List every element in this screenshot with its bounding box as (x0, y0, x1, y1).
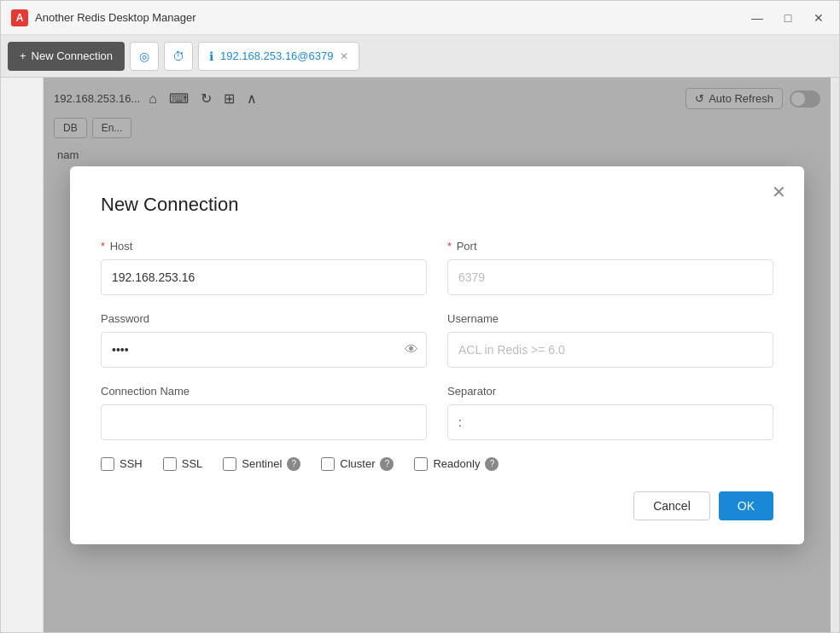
readonly-checkbox-item[interactable]: Readonly ? (414, 457, 499, 471)
ssl-label: SSL (182, 457, 203, 470)
circle-icon: ◎ (139, 49, 149, 63)
sentinel-label: Sentinel (242, 457, 282, 470)
titlebar: A Another Redis Desktop Manager — □ ✕ (1, 1, 839, 35)
cluster-label: Cluster (340, 457, 375, 470)
password-group: Password 👁 (101, 312, 427, 368)
port-label: * Port (447, 240, 773, 253)
ssh-label: SSH (120, 457, 143, 470)
ssl-checkbox[interactable] (163, 457, 177, 471)
app-title: Another Redis Desktop Manager (35, 11, 196, 24)
connection-tab[interactable]: ℹ 192.168.253.16@6379 ✕ (198, 42, 359, 71)
host-required: * (101, 240, 105, 253)
username-group: Username (447, 312, 773, 368)
clock-icon: ⏱ (172, 49, 184, 63)
connection-tab-close[interactable]: ✕ (340, 50, 348, 62)
dialog-title: New Connection (101, 194, 773, 216)
sidebar (1, 78, 44, 632)
tab-icon-1[interactable]: ◎ (130, 42, 159, 71)
separator-group: Separator (447, 385, 773, 440)
connection-name-label: Connection Name (101, 385, 427, 398)
readonly-help-icon[interactable]: ? (485, 457, 499, 471)
password-input[interactable] (101, 332, 427, 368)
host-input[interactable] (101, 259, 427, 295)
cluster-checkbox[interactable] (321, 457, 335, 471)
form-row-host-port: * Host * Port (101, 240, 773, 295)
tabbar: + New Connection ◎ ⏱ ℹ 192.168.253.16@63… (1, 35, 839, 78)
window-close-button[interactable]: ✕ (808, 8, 829, 28)
password-label: Password (101, 312, 427, 325)
titlebar-left: A Another Redis Desktop Manager (11, 9, 196, 26)
maximize-button[interactable]: □ (778, 8, 798, 28)
connection-name-input[interactable] (101, 404, 427, 440)
new-connection-tab-label: New Connection (32, 49, 113, 62)
host-group: * Host (101, 240, 427, 295)
new-connection-tab[interactable]: + New Connection (8, 42, 125, 71)
readonly-checkbox[interactable] (414, 457, 428, 471)
connection-name-group: Connection Name (101, 385, 427, 440)
app-logo: A (11, 9, 28, 26)
separator-input[interactable] (447, 404, 773, 440)
password-input-wrapper: 👁 (101, 332, 427, 368)
ssh-checkbox[interactable] (101, 457, 114, 471)
app-window: A Another Redis Desktop Manager — □ ✕ + … (0, 0, 840, 633)
sentinel-checkbox[interactable] (223, 457, 236, 471)
form-row-connname-separator: Connection Name Separator (101, 385, 773, 440)
info-icon: ℹ (209, 49, 213, 63)
cancel-button[interactable]: Cancel (633, 491, 710, 520)
minimize-button[interactable]: — (747, 8, 767, 28)
connection-tab-label: 192.168.253.16@6379 (220, 49, 333, 62)
tab-icon-2[interactable]: ⏱ (164, 42, 193, 71)
dialog-close-button[interactable]: ✕ (767, 180, 790, 204)
ssl-checkbox-item[interactable]: SSL (163, 457, 203, 471)
content-area: 192.168.253.16... ⌂ ⌨ ↻ ⊞ ∧ ↺ Auto Refre… (44, 78, 831, 632)
port-input[interactable] (447, 259, 773, 295)
username-label: Username (447, 312, 773, 325)
sentinel-help-icon[interactable]: ? (287, 457, 300, 471)
main-content: 192.168.253.16... ⌂ ⌨ ↻ ⊞ ∧ ↺ Auto Refre… (1, 78, 839, 632)
ssh-checkbox-item[interactable]: SSH (101, 457, 143, 471)
ok-button[interactable]: OK (719, 491, 773, 520)
plus-icon: + (20, 49, 26, 62)
separator-label: Separator (447, 385, 773, 398)
cluster-help-icon[interactable]: ? (380, 457, 394, 471)
readonly-label: Readonly (433, 457, 480, 470)
port-required: * (447, 240, 452, 253)
host-label: * Host (101, 240, 427, 253)
dialog-footer: Cancel OK (101, 491, 773, 520)
cluster-checkbox-item[interactable]: Cluster ? (321, 457, 394, 471)
username-input[interactable] (447, 332, 773, 368)
scrollbar-track[interactable] (831, 78, 839, 632)
checkbox-row: SSH SSL Sentinel ? Cl (101, 457, 773, 471)
eye-icon[interactable]: 👁 (405, 342, 418, 357)
modal-overlay: New Connection ✕ * Host (44, 78, 831, 632)
port-group: * Port (447, 240, 773, 295)
sentinel-checkbox-item[interactable]: Sentinel ? (223, 457, 300, 471)
new-connection-dialog: New Connection ✕ * Host (70, 166, 804, 544)
window-controls: — □ ✕ (747, 8, 829, 28)
form-row-password-username: Password 👁 Username (101, 312, 773, 368)
